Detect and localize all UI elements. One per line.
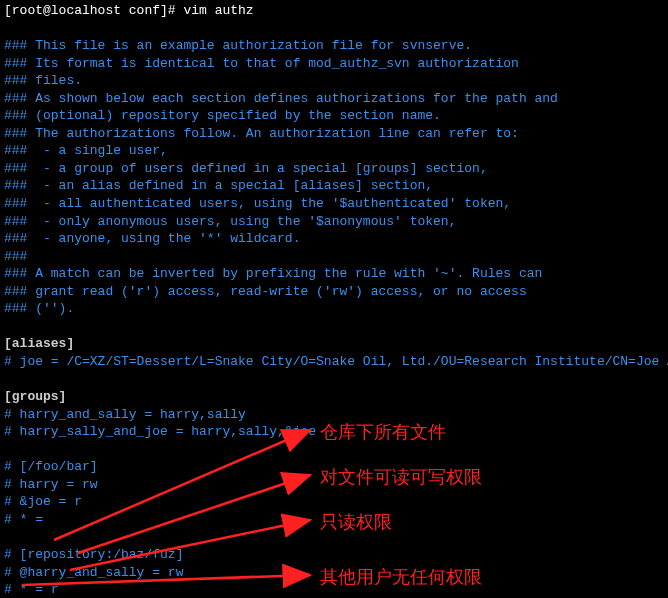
- code-line: [4, 318, 664, 336]
- code-line: ### (optional) repository specified by t…: [4, 107, 664, 125]
- shell-prompt: [root@localhost conf]# vim authz: [4, 2, 664, 20]
- code-line: ### Its format is identical to that of m…: [4, 55, 664, 73]
- code-line: ### This file is an example authorizatio…: [4, 37, 664, 55]
- code-line: ### The authorizations follow. An author…: [4, 125, 664, 143]
- blank-line: [4, 20, 664, 38]
- code-line: ### files.: [4, 72, 664, 90]
- code-line: [groups]: [4, 388, 664, 406]
- code-line: ### - a single user,: [4, 142, 664, 160]
- annotation-label: 其他用户无任何权限: [320, 565, 482, 589]
- code-line: ### As shown below each section defines …: [4, 90, 664, 108]
- code-line: # joe = /C=XZ/ST=Dessert/L=Snake City/O=…: [4, 353, 664, 371]
- annotation-label: 对文件可读可写权限: [320, 465, 482, 489]
- code-line: ### - anyone, using the '*' wildcard.: [4, 230, 664, 248]
- code-line: ### - a group of users defined in a spec…: [4, 160, 664, 178]
- code-line: [aliases]: [4, 335, 664, 353]
- code-line: # [repository:/baz/fuz]: [4, 546, 664, 564]
- code-line: ###: [4, 248, 664, 266]
- code-line: ### ('').: [4, 300, 664, 318]
- terminal-content[interactable]: [root@localhost conf]# vim authz ### Thi…: [4, 2, 664, 598]
- code-line: ### grant read ('r') access, read-write …: [4, 283, 664, 301]
- code-line: ### - all authenticated users, using the…: [4, 195, 664, 213]
- code-line: ### A match can be inverted by prefixing…: [4, 265, 664, 283]
- code-line: [4, 370, 664, 388]
- annotation-label: 仓库下所有文件: [320, 420, 446, 444]
- annotation-label: 只读权限: [320, 510, 392, 534]
- code-line: ### - an alias defined in a special [ali…: [4, 177, 664, 195]
- code-line: # &joe = r: [4, 493, 664, 511]
- code-line: ### - only anonymous users, using the '$…: [4, 213, 664, 231]
